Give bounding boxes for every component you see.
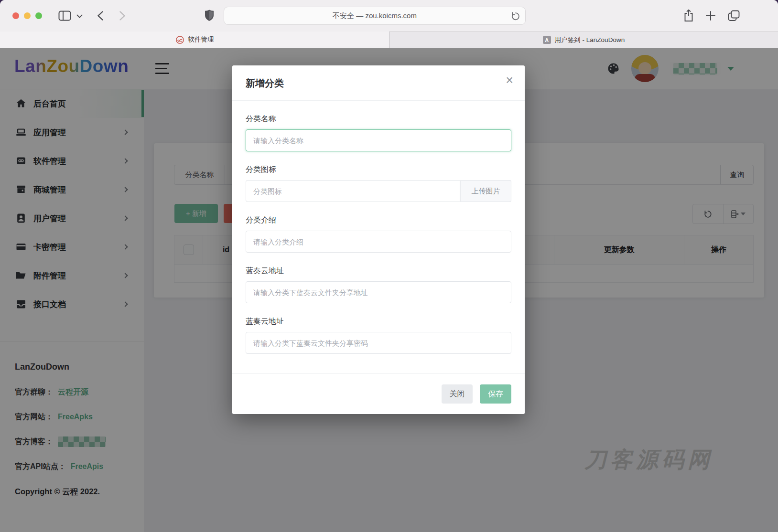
minimize-window-button[interactable] (24, 12, 31, 19)
form-field-lanzou-url: 蓝奏云地址 (246, 266, 511, 303)
lanzou-share-password-input[interactable] (246, 332, 511, 354)
reload-icon[interactable] (511, 11, 520, 21)
tab-software-management[interactable]: 软件管理 (0, 32, 389, 48)
modal-close-button[interactable]: 关闭 (442, 384, 473, 404)
modal-save-button[interactable]: 保存 (480, 384, 511, 404)
tab-favicon-a-icon: A (543, 36, 551, 44)
tab-overview-icon[interactable] (727, 10, 740, 21)
field-label: 蓝奏云地址 (246, 317, 511, 326)
share-icon[interactable] (683, 9, 694, 22)
zoom-window-button[interactable] (35, 12, 42, 19)
category-name-input[interactable] (246, 129, 511, 151)
modal-footer: 关闭 保存 (232, 373, 525, 414)
field-label: 分类名称 (246, 114, 511, 124)
add-category-modal: 新增分类 × 分类名称 分类图标 上传图片 分类介绍 (232, 65, 525, 414)
chevron-down-icon[interactable] (76, 14, 83, 18)
web-page: LanZouDown 后台首页 应用管理 软件管理 (0, 48, 778, 532)
modal-header: 新增分类 × (232, 65, 525, 101)
back-button[interactable] (97, 11, 104, 21)
modal-body: 分类名称 分类图标 上传图片 分类介绍 蓝奏云地址 (232, 114, 525, 354)
upload-image-button[interactable]: 上传图片 (460, 180, 511, 202)
tab-user-signin[interactable]: A 用户签到 - LanZouDown (389, 32, 778, 48)
tab-label: 软件管理 (188, 35, 214, 44)
tab-label: 用户签到 - LanZouDown (555, 36, 625, 44)
form-field-lanzou-password: 蓝奏云地址 (246, 317, 511, 354)
form-field-category-icon: 分类图标 上传图片 (246, 165, 511, 202)
tab-bar: 软件管理 A 用户签到 - LanZouDown (0, 32, 778, 48)
browser-window: 不安全 — zou.koicms.com 软件管理 A 用户签到 - LanZo… (0, 0, 778, 532)
new-tab-icon[interactable] (705, 11, 716, 21)
category-intro-input[interactable] (246, 231, 511, 253)
address-bar[interactable]: 不安全 — zou.koicms.com (224, 7, 526, 25)
form-field-category-intro: 分类介绍 (246, 215, 511, 253)
close-window-button[interactable] (12, 12, 19, 19)
forward-button[interactable] (119, 11, 126, 21)
field-label: 分类介绍 (246, 215, 511, 225)
field-label: 分类图标 (246, 165, 511, 174)
modal-title: 新增分类 (246, 77, 284, 90)
lanzou-share-url-input[interactable] (246, 281, 511, 303)
address-bar-text: 不安全 — zou.koicms.com (333, 11, 417, 21)
icon-input-group: 上传图片 (246, 180, 511, 202)
browser-titlebar: 不安全 — zou.koicms.com (0, 0, 778, 32)
form-field-category-name: 分类名称 (246, 114, 511, 151)
sidebar-toggle-icon[interactable] (58, 10, 71, 21)
close-icon[interactable]: × (506, 74, 513, 87)
field-label: 蓝奏云地址 (246, 266, 511, 276)
privacy-shield-icon[interactable] (204, 9, 215, 22)
category-icon-input[interactable] (246, 180, 460, 202)
tab-favicon-swirl-icon (175, 35, 184, 44)
